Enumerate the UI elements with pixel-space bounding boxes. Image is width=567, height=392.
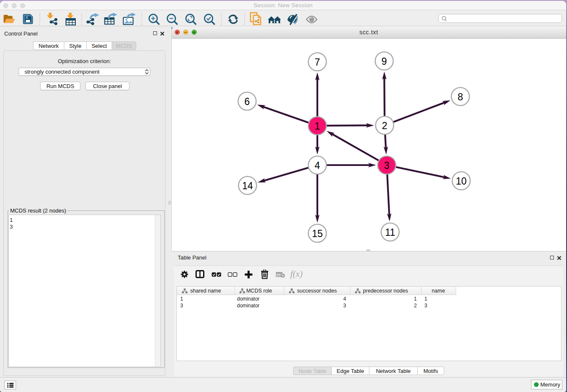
svg-text:7: 7: [315, 57, 320, 68]
svg-text:1: 1: [315, 121, 320, 132]
svg-text:3: 3: [384, 160, 390, 171]
svg-text:11: 11: [385, 227, 395, 238]
svg-text:14: 14: [242, 180, 253, 191]
svg-text:9: 9: [382, 56, 387, 67]
svg-text:4: 4: [315, 160, 320, 171]
svg-text:8: 8: [458, 91, 463, 102]
svg-text:6: 6: [245, 96, 250, 107]
svg-text:2: 2: [382, 120, 388, 131]
svg-text:10: 10: [456, 176, 467, 187]
svg-text:15: 15: [312, 228, 323, 239]
